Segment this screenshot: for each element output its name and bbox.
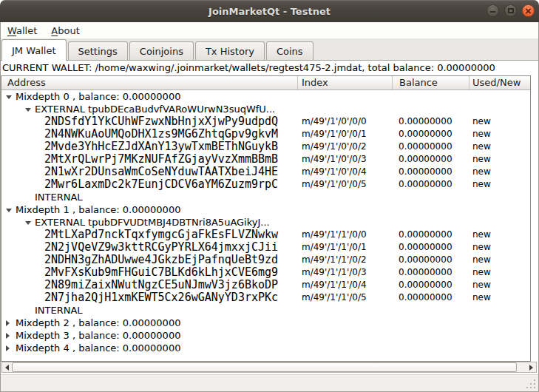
branch-label: Mixdepth 2 , balance: 0.00000000 bbox=[16, 317, 180, 329]
index-cell: m/49'/1'/1'/0/4 bbox=[302, 279, 367, 291]
status-cell: new bbox=[472, 178, 491, 191]
index-cell: m/49'/1'/1'/0/5 bbox=[302, 291, 367, 304]
balance-cell: 0.00000000 bbox=[399, 128, 452, 141]
index-cell: m/49'/1'/1'/0/1 bbox=[302, 241, 367, 254]
collapse-arrow-icon[interactable] bbox=[6, 209, 12, 212]
status-cell: new bbox=[472, 241, 491, 254]
maximize-button[interactable] bbox=[504, 4, 517, 17]
window-controls bbox=[487, 4, 535, 17]
collapse-arrow-icon[interactable] bbox=[25, 221, 31, 225]
column-header-used-new[interactable]: Used/New bbox=[472, 76, 521, 89]
scroll-right-button[interactable] bbox=[526, 362, 536, 372]
status-cell: new bbox=[472, 254, 491, 266]
scrollbar-thumb[interactable] bbox=[12, 362, 517, 372]
address-cell: 2N7jha2QjH1xmKEWT5Cx26wGANyYD3rxPKc bbox=[44, 291, 278, 303]
column-separator bbox=[392, 76, 393, 89]
tree-row[interactable]: 2MtXrQLwrPj7MKzNUFAfZGjayVvzXmmBBmBm/49'… bbox=[1, 153, 530, 166]
tree-row[interactable]: Mixdepth 1 , balance: 0.00000000 bbox=[1, 203, 530, 216]
tree-row[interactable]: EXTERNAL tpubDFVUDtMBJ4DBTNri8A5uAGikyJ.… bbox=[1, 216, 530, 229]
balance-cell: 0.00000000 bbox=[399, 153, 452, 166]
scroll-left-arrow-icon bbox=[5, 365, 9, 371]
address-cell: 2MtXrQLwrPj7MKzNUFAfZGjayVvzXmmBBmB bbox=[44, 153, 278, 165]
index-cell: m/49'/1'/0'/0/1 bbox=[302, 128, 367, 141]
current-wallet-label: CURRENT WALLET: /home/waxwing/.joinmarke… bbox=[1, 61, 538, 75]
expand-arrow-icon[interactable] bbox=[6, 320, 10, 326]
balance-cell: 0.00000000 bbox=[399, 166, 452, 178]
tree-row[interactable]: 2Mwr6LaxmDc2k7EunjCDCV6aYM6Zuzm9rpCm/49'… bbox=[1, 178, 530, 191]
expand-arrow-icon[interactable] bbox=[6, 345, 10, 351]
address-cell: 2Mwr6LaxmDc2k7EunjCDCV6aYM6Zuzm9rpC bbox=[44, 178, 278, 190]
tree-row[interactable]: 2N4NWKuAoUMQoDHX1zs9MG6ZhtqGpv9gkvMm/49'… bbox=[1, 128, 530, 141]
expand-arrow-icon[interactable] bbox=[6, 333, 10, 339]
index-cell: m/49'/1'/0'/0/4 bbox=[302, 166, 367, 178]
scroll-left-button[interactable] bbox=[2, 362, 12, 372]
resize-grip[interactable] bbox=[526, 379, 535, 388]
column-header-index[interactable]: Index bbox=[302, 76, 328, 89]
titlebar[interactable]: JoinMarketQt - Testnet bbox=[0, 0, 539, 22]
close-button[interactable] bbox=[522, 4, 535, 17]
tree-row[interactable]: Mixdepth 3 , balance: 0.00000000 bbox=[1, 329, 530, 342]
column-header-address[interactable]: Address bbox=[7, 76, 46, 89]
tree-row[interactable]: 2N2jVQeVZ9w3kttRCGyPYRLX64jmxxjCJiim/49'… bbox=[1, 241, 530, 254]
status-cell: new bbox=[472, 229, 491, 241]
tree-row[interactable]: INTERNAL bbox=[1, 304, 530, 317]
tree-row[interactable]: 2N7jha2QjH1xmKEWT5Cx26wGANyYD3rxPKcm/49'… bbox=[1, 291, 530, 304]
tree-row[interactable]: 2MvFXsKub9mFHGuiC7BLKd6kLhjxCVE6mg9m/49'… bbox=[1, 266, 530, 279]
tab-tx-history[interactable]: Tx History bbox=[195, 41, 265, 60]
address-cell: 2MtLXaPd7nckTqxfymgcGjaFkEsFLVZNwkw bbox=[44, 229, 278, 240]
tree-row[interactable]: EXTERNAL tpubDEcaBudvfVARoWUrwN3suqWfU..… bbox=[1, 103, 530, 115]
menu-about[interactable]: About bbox=[51, 25, 79, 36]
minimize-button[interactable] bbox=[487, 4, 499, 17]
index-cell: m/49'/1'/0'/0/3 bbox=[302, 153, 367, 166]
tab-bar: JM WalletSettingsCoinjoinsTx HistoryCoin… bbox=[1, 38, 538, 61]
status-cell: new bbox=[472, 266, 491, 279]
branch-label: Mixdepth 4 , balance: 0.00000000 bbox=[16, 342, 180, 354]
balance-cell: 0.00000000 bbox=[399, 266, 452, 279]
address-cell: 2NDSfdY1YkCUhWFzwxNbHnjxXjwPy9udpdQ bbox=[44, 115, 278, 127]
column-separator bbox=[469, 76, 469, 89]
status-bar bbox=[1, 374, 538, 391]
tree-header: AddressIndexBalanceUsed/New bbox=[1, 76, 530, 90]
balance-cell: 0.00000000 bbox=[399, 254, 452, 266]
tab-jm-wallet[interactable]: JM Wallet bbox=[1, 39, 67, 61]
address-cell: 2N89miZaixNWutNgzCE5uNJmwV3jz6BkoDP bbox=[44, 279, 278, 291]
index-cell: m/49'/1'/0'/0/2 bbox=[302, 141, 367, 153]
branch-label: EXTERNAL tpubDEcaBudvfVARoWUrwN3suqWfU..… bbox=[35, 103, 275, 115]
branch-label: Mixdepth 1 , balance: 0.00000000 bbox=[16, 203, 180, 216]
tree-row[interactable]: 2N1wXr2DUnsaWmCoSeNYduwTAATXbeiJ4HEm/49'… bbox=[1, 166, 530, 178]
tree-row[interactable]: 2NDHN3gZhADUwwe4JGkzbEjPafnqUeBt9zdm/49'… bbox=[1, 254, 530, 266]
balance-cell: 0.00000000 bbox=[399, 115, 452, 128]
column-header-balance[interactable]: Balance bbox=[399, 76, 438, 89]
column-separator bbox=[297, 76, 298, 89]
branch-label: Mixdepth 0 , balance: 0.00000000 bbox=[16, 90, 180, 103]
tab-settings[interactable]: Settings bbox=[68, 41, 128, 60]
menu-wallet[interactable]: Wallet bbox=[7, 25, 37, 36]
balance-cell: 0.00000000 bbox=[399, 241, 452, 254]
minimize-icon bbox=[490, 11, 495, 13]
maximize-icon bbox=[508, 8, 514, 13]
tab-coins[interactable]: Coins bbox=[266, 41, 313, 60]
index-cell: m/49'/1'/0'/0/0 bbox=[302, 115, 367, 128]
tree-row[interactable]: 2N89miZaixNWutNgzCE5uNJmwV3jz6BkoDPm/49'… bbox=[1, 279, 530, 291]
balance-cell: 0.00000000 bbox=[399, 279, 452, 291]
branch-label: EXTERNAL tpubDFVUDtMBJ4DBTNri8A5uAGikyJ.… bbox=[35, 216, 270, 229]
status-cell: new bbox=[472, 291, 491, 304]
collapse-arrow-icon[interactable] bbox=[6, 95, 12, 99]
branch-label: Mixdepth 3 , balance: 0.00000000 bbox=[16, 329, 180, 342]
tree-row[interactable]: Mixdepth 2 , balance: 0.00000000 bbox=[1, 317, 530, 329]
status-cell: new bbox=[472, 128, 491, 141]
collapse-arrow-icon[interactable] bbox=[25, 108, 31, 112]
tree-row[interactable]: 2MtLXaPd7nckTqxfymgcGjaFkEsFLVZNwkwm/49'… bbox=[1, 229, 530, 241]
tab-coinjoins[interactable]: Coinjoins bbox=[129, 41, 194, 60]
tree-row[interactable]: INTERNAL bbox=[1, 191, 530, 203]
tree-row[interactable]: 2NDSfdY1YkCUhWFzwxNbHnjxXjwPy9udpdQm/49'… bbox=[1, 115, 530, 128]
tree-row[interactable]: 2Mvde3YhHcEZJdXAnY13ywTxmBEThNGuykBm/49'… bbox=[1, 141, 530, 153]
index-cell: m/49'/1'/1'/0/0 bbox=[302, 229, 367, 241]
horizontal-scrollbar[interactable] bbox=[1, 362, 537, 373]
address-cell: 2Mvde3YhHcEZJdXAnY13ywTxmBEThNGuykB bbox=[44, 141, 278, 152]
address-cell: 2MvFXsKub9mFHGuiC7BLKd6kLhjxCVE6mg9 bbox=[44, 266, 278, 278]
address-cell: 2N1wXr2DUnsaWmCoSeNYduwTAATXbeiJ4HE bbox=[44, 166, 278, 178]
tree-row[interactable]: Mixdepth 4 , balance: 0.00000000 bbox=[1, 342, 530, 354]
tree-row[interactable]: Mixdepth 0 , balance: 0.00000000 bbox=[1, 90, 530, 103]
address-cell: 2N2jVQeVZ9w3kttRCGyPYRLX64jmxxjCJii bbox=[44, 241, 278, 253]
